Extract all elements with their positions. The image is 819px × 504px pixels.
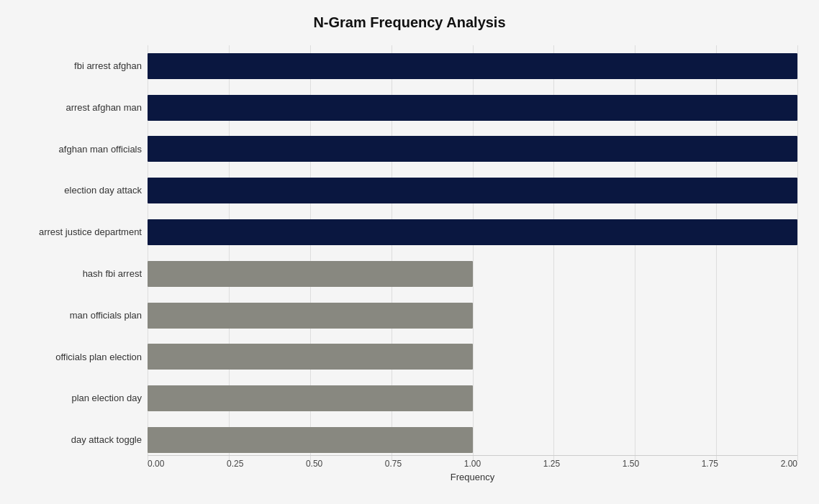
x-axis-label: Frequency [148, 472, 797, 482]
bar [148, 303, 473, 329]
grid-line [797, 45, 798, 461]
bar [148, 427, 473, 453]
bar-row [148, 342, 797, 371]
bar-row [148, 176, 797, 205]
chart-area: fbi arrest afghanarrest afghan manafghan… [0, 45, 819, 461]
bars-and-grid [148, 45, 797, 461]
bar-row [148, 384, 797, 413]
bar [148, 344, 473, 370]
y-label: plan election day [7, 380, 142, 417]
bar-row [148, 301, 797, 330]
chart-title: N-Gram Frequency Analysis [313, 14, 505, 31]
bar [148, 261, 473, 287]
y-label: election day attack [7, 172, 142, 209]
y-label: day attack toggle [7, 421, 142, 459]
bar [148, 219, 797, 245]
y-label: arrest afghan man [7, 89, 142, 127]
y-label: man officials plan [7, 297, 142, 334]
y-axis: fbi arrest afghanarrest afghan manafghan… [7, 45, 148, 461]
bar [148, 385, 473, 411]
bar [148, 178, 797, 203]
y-label: afghan man officials [7, 130, 142, 168]
bar [148, 136, 797, 162]
y-label: fbi arrest afghan [7, 47, 142, 85]
bar-row [148, 52, 797, 81]
bar-row [148, 218, 797, 247]
y-label: arrest justice department [7, 214, 142, 251]
bar-row [148, 93, 797, 122]
bar-row [148, 260, 797, 288]
bar [148, 53, 797, 79]
y-label: hash fbi arrest [7, 255, 142, 293]
y-label: officials plan election [7, 338, 142, 375]
chart-container: N-Gram Frequency Analysis fbi arrest afg… [0, 0, 819, 504]
bars-wrapper [148, 45, 797, 461]
bar-row [148, 134, 797, 163]
bar-row [148, 426, 797, 454]
bar [148, 95, 797, 121]
